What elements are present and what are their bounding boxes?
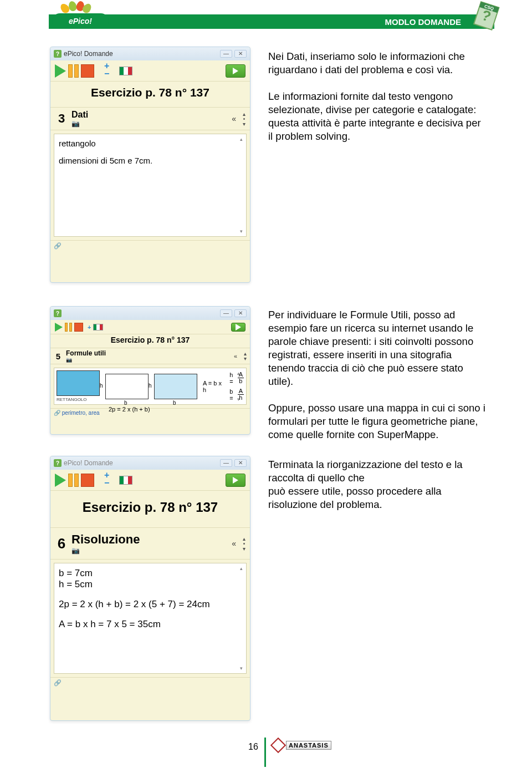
section-header[interactable]: 6 Risoluzione 📷 « ▴•▾: [50, 527, 250, 560]
close-button[interactable]: ✕: [234, 459, 247, 467]
zoom-out-button[interactable]: −: [104, 478, 109, 488]
window-titlebar[interactable]: ? —✕: [50, 307, 250, 320]
body-paragraph: Per individuare le Formule Utili, posso …: [268, 308, 485, 441]
anastasis-mark: [273, 740, 284, 751]
risoluzione-textarea[interactable]: b = 7cm h = 5cm 2p = 2 x (h + b) = 2 x (…: [54, 563, 247, 674]
section-label: Risoluzione: [71, 532, 140, 547]
close-button[interactable]: ✕: [234, 309, 247, 317]
formula-area[interactable]: RETTANGOLO h b 2p = 2 x (h + b) h b A = …: [54, 368, 247, 405]
section-header[interactable]: 3 Dati 📷 « ▴•▾: [50, 107, 250, 130]
pause-button[interactable]: [68, 474, 79, 487]
text-line: dimensioni di 5cm e 7cm.: [59, 156, 242, 165]
zoom-in-button[interactable]: +: [104, 63, 109, 69]
anastasis-logo: ANASTASIS: [273, 740, 331, 751]
camera-icon[interactable]: 📷: [71, 120, 88, 128]
label-h: h: [100, 383, 103, 389]
scrollbar[interactable]: ▴▾: [237, 566, 245, 671]
link-icon[interactable]: 🔗: [54, 242, 62, 249]
formula-b: b =: [229, 388, 236, 401]
scrollbar[interactable]: ▴▾: [237, 370, 245, 402]
exercise-title: Esercizio p. 78 n° 137: [50, 86, 250, 99]
window-titlebar[interactable]: ? ePico! Domande —✕: [50, 456, 250, 470]
scrollbar[interactable]: ▴▾: [237, 136, 245, 234]
exercise-title: Esercizio p. 78 n° 137: [50, 334, 250, 348]
collapse-icon[interactable]: «: [232, 114, 236, 123]
collapse-icon[interactable]: «: [232, 539, 236, 548]
close-button[interactable]: ✕: [234, 50, 247, 58]
window-formule: ? —✕ + Esercizio p. 78 n° 137 5 Formule …: [50, 306, 250, 435]
window-title: ePico! Domande: [64, 50, 113, 58]
minimize-button[interactable]: —: [220, 309, 232, 317]
formula-h: h =: [229, 372, 236, 385]
header-title: MODLO DOMANDE: [385, 17, 462, 27]
play-button[interactable]: [55, 64, 66, 78]
section-number: 5: [54, 352, 63, 361]
window-risoluzione: ? ePico! Domande —✕ +− Esercizio p. 78 n…: [50, 456, 250, 721]
body-paragraph: Nei Dati, inseriamo solo le informazioni…: [268, 50, 485, 143]
collapse-icon[interactable]: «: [234, 353, 237, 359]
stop-button[interactable]: [81, 474, 94, 487]
status-strip: 🔗: [50, 677, 250, 689]
page-number: 16: [248, 742, 258, 752]
footer-divider: [264, 738, 266, 767]
section-number: 6: [55, 535, 68, 552]
zoom-in-button[interactable]: +: [88, 324, 91, 330]
spinner-icon[interactable]: ▴▾: [244, 351, 247, 361]
dati-textarea[interactable]: rettangolo dimensioni di 5cm e 7cm. ▴▾: [54, 134, 247, 237]
anastasis-text: ANASTASIS: [286, 741, 331, 750]
label-b: b: [124, 400, 127, 406]
calc-line: A = b x h = 7 x 5 = 35cm: [59, 619, 242, 630]
play-button[interactable]: [55, 474, 66, 487]
app-icon: ?: [54, 459, 62, 467]
calc-line: b = 7cm: [59, 568, 242, 579]
spinner-icon[interactable]: ▴•▾: [243, 536, 245, 551]
csq-badge: CSQ?: [471, 1, 503, 33]
section-label: Dati: [71, 110, 88, 120]
pause-button[interactable]: [65, 323, 72, 332]
link-icon[interactable]: 🔗: [54, 679, 62, 686]
minimize-button[interactable]: —: [220, 50, 232, 58]
spinner-icon[interactable]: ▴•▾: [243, 111, 245, 126]
label-h: h: [149, 383, 152, 389]
play-small-button[interactable]: [231, 323, 245, 332]
app-icon: ?: [54, 50, 62, 58]
stop-button[interactable]: [74, 323, 83, 332]
label-b: b: [173, 400, 176, 406]
text-line: rettangolo: [59, 139, 242, 148]
logo-text: ePico!: [69, 17, 92, 26]
exercise-title: Esercizio p. 78 n° 137: [50, 500, 250, 515]
rectangle-shape: [57, 370, 100, 396]
body-paragraph: Terminata la riorganizzazione del testo …: [268, 458, 485, 511]
link-strip[interactable]: 🔗 perimetro, area: [50, 408, 250, 417]
pause-button[interactable]: [68, 64, 79, 78]
shape-label: RETTANGOLO: [57, 397, 87, 402]
formula-perimeter: 2p = 2 x (h + b): [109, 406, 150, 413]
rectangle-outline: [105, 374, 149, 399]
play-small-button[interactable]: [226, 474, 245, 487]
calc-line: h = 5cm: [59, 579, 242, 590]
language-flag-it[interactable]: [119, 476, 132, 485]
window-dati: ? ePico! Domande — ✕ + − Esercizio p. 78…: [50, 47, 250, 283]
play-small-button[interactable]: [226, 64, 245, 78]
rectangle-filled: [154, 374, 197, 399]
epico-logo: ePico!: [52, 3, 111, 30]
zoom-in-button[interactable]: +: [104, 472, 109, 478]
toolbar: + −: [50, 60, 250, 82]
language-flag-it[interactable]: [119, 67, 132, 75]
calc-line: 2p = 2 x (h + b) = 2 x (5 + 7) = 24cm: [59, 599, 242, 610]
section-header[interactable]: 5 Formule utili 📷 « ▴▾: [50, 348, 250, 364]
window-title: ePico! Domande: [64, 459, 113, 467]
play-button[interactable]: [55, 323, 63, 332]
header-bar: MODLO DOMANDE: [49, 14, 494, 29]
formula-area: A = b x h: [203, 380, 224, 393]
toolbar: +: [50, 320, 250, 334]
window-titlebar[interactable]: ? ePico! Domande — ✕: [50, 47, 250, 60]
language-flag-it[interactable]: [93, 324, 103, 330]
stop-button[interactable]: [81, 64, 94, 78]
toolbar: +−: [50, 470, 250, 491]
minimize-button[interactable]: —: [220, 459, 232, 467]
camera-icon[interactable]: 📷: [66, 357, 106, 363]
zoom-out-button[interactable]: −: [104, 69, 109, 79]
status-strip: 🔗: [50, 240, 250, 252]
camera-icon[interactable]: 📷: [71, 547, 140, 555]
